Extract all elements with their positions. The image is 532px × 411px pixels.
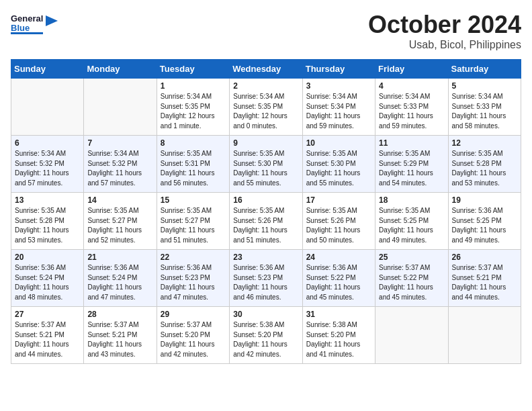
- calendar-cell: [11, 79, 84, 136]
- cell-info: Sunrise: 5:37 AM Sunset: 5:22 PM Dayligh…: [379, 263, 444, 302]
- cell-info: Sunrise: 5:37 AM Sunset: 5:21 PM Dayligh…: [15, 320, 80, 359]
- calendar-cell: 4Sunrise: 5:34 AM Sunset: 5:33 PM Daylig…: [375, 79, 448, 136]
- weekday-header-saturday: Saturday: [448, 60, 521, 79]
- weekday-header-tuesday: Tuesday: [157, 60, 229, 79]
- cell-info: Sunrise: 5:35 AM Sunset: 5:26 PM Dayligh…: [306, 206, 371, 245]
- calendar-cell: 3Sunrise: 5:34 AM Sunset: 5:34 PM Daylig…: [302, 79, 375, 136]
- cell-info: Sunrise: 5:35 AM Sunset: 5:25 PM Dayligh…: [379, 206, 444, 245]
- cell-info: Sunrise: 5:37 AM Sunset: 5:21 PM Dayligh…: [452, 263, 517, 302]
- day-number: 16: [233, 195, 298, 205]
- day-number: 17: [306, 195, 371, 205]
- calendar-cell: 31Sunrise: 5:38 AM Sunset: 5:20 PM Dayli…: [302, 307, 375, 364]
- day-number: 19: [452, 195, 517, 205]
- cell-info: Sunrise: 5:35 AM Sunset: 5:26 PM Dayligh…: [233, 206, 298, 245]
- calendar-cell: 1Sunrise: 5:34 AM Sunset: 5:35 PM Daylig…: [157, 79, 229, 136]
- calendar-cell: 15Sunrise: 5:35 AM Sunset: 5:27 PM Dayli…: [157, 193, 229, 250]
- page-header: General Blue October 2024 Usab, Bicol, P…: [11, 11, 521, 51]
- calendar-cell: 2Sunrise: 5:34 AM Sunset: 5:35 PM Daylig…: [230, 79, 302, 136]
- calendar-cell: 29Sunrise: 5:37 AM Sunset: 5:20 PM Dayli…: [157, 307, 229, 364]
- cell-info: Sunrise: 5:35 AM Sunset: 5:27 PM Dayligh…: [87, 206, 152, 245]
- svg-text:General: General: [11, 13, 43, 24]
- svg-rect-2: [11, 32, 43, 34]
- cell-info: Sunrise: 5:35 AM Sunset: 5:29 PM Dayligh…: [379, 149, 444, 188]
- day-number: 26: [452, 253, 517, 262]
- cell-info: Sunrise: 5:34 AM Sunset: 5:34 PM Dayligh…: [306, 92, 371, 131]
- calendar-cell: 6Sunrise: 5:34 AM Sunset: 5:32 PM Daylig…: [11, 136, 84, 193]
- svg-marker-3: [46, 15, 58, 26]
- day-number: 7: [87, 138, 152, 148]
- day-number: 28: [87, 310, 152, 319]
- calendar-cell: 5Sunrise: 5:34 AM Sunset: 5:33 PM Daylig…: [448, 79, 521, 136]
- day-number: 5: [452, 81, 517, 91]
- logo-icon: General Blue: [11, 11, 43, 35]
- cell-info: Sunrise: 5:35 AM Sunset: 5:31 PM Dayligh…: [161, 149, 226, 188]
- cell-info: Sunrise: 5:36 AM Sunset: 5:24 PM Dayligh…: [87, 263, 152, 302]
- cell-info: Sunrise: 5:34 AM Sunset: 5:35 PM Dayligh…: [233, 92, 298, 131]
- day-number: 13: [15, 195, 80, 205]
- day-number: 14: [87, 195, 152, 205]
- weekday-header-friday: Friday: [375, 60, 448, 79]
- calendar-week-2: 6Sunrise: 5:34 AM Sunset: 5:32 PM Daylig…: [11, 136, 521, 193]
- cell-info: Sunrise: 5:34 AM Sunset: 5:33 PM Dayligh…: [452, 92, 517, 131]
- calendar-cell: [375, 307, 448, 364]
- calendar-cell: 10Sunrise: 5:35 AM Sunset: 5:30 PM Dayli…: [302, 136, 375, 193]
- day-number: 21: [87, 253, 152, 262]
- calendar-cell: 17Sunrise: 5:35 AM Sunset: 5:26 PM Dayli…: [302, 193, 375, 250]
- cell-info: Sunrise: 5:36 AM Sunset: 5:25 PM Dayligh…: [452, 206, 517, 245]
- cell-info: Sunrise: 5:34 AM Sunset: 5:32 PM Dayligh…: [87, 149, 152, 188]
- day-number: 23: [233, 253, 298, 262]
- day-number: 8: [161, 138, 226, 148]
- cell-info: Sunrise: 5:36 AM Sunset: 5:24 PM Dayligh…: [15, 263, 80, 302]
- day-number: 24: [306, 253, 371, 262]
- cell-info: Sunrise: 5:38 AM Sunset: 5:20 PM Dayligh…: [306, 320, 371, 359]
- calendar-cell: 7Sunrise: 5:34 AM Sunset: 5:32 PM Daylig…: [84, 136, 157, 193]
- calendar-cell: 18Sunrise: 5:35 AM Sunset: 5:25 PM Dayli…: [375, 193, 448, 250]
- calendar-cell: 24Sunrise: 5:36 AM Sunset: 5:22 PM Dayli…: [302, 250, 375, 307]
- calendar-cell: 19Sunrise: 5:36 AM Sunset: 5:25 PM Dayli…: [448, 193, 521, 250]
- calendar-cell: 21Sunrise: 5:36 AM Sunset: 5:24 PM Dayli…: [84, 250, 157, 307]
- cell-info: Sunrise: 5:36 AM Sunset: 5:23 PM Dayligh…: [233, 263, 298, 302]
- day-number: 12: [452, 138, 517, 148]
- cell-info: Sunrise: 5:34 AM Sunset: 5:35 PM Dayligh…: [161, 92, 226, 131]
- calendar-week-5: 27Sunrise: 5:37 AM Sunset: 5:21 PM Dayli…: [11, 307, 521, 364]
- weekday-header-thursday: Thursday: [302, 60, 375, 79]
- calendar-cell: 12Sunrise: 5:35 AM Sunset: 5:28 PM Dayli…: [448, 136, 521, 193]
- logo: General Blue: [11, 11, 58, 35]
- cell-info: Sunrise: 5:34 AM Sunset: 5:32 PM Dayligh…: [15, 149, 80, 188]
- day-number: 6: [15, 138, 80, 148]
- calendar-cell: 16Sunrise: 5:35 AM Sunset: 5:26 PM Dayli…: [230, 193, 302, 250]
- day-number: 25: [379, 253, 444, 262]
- day-number: 29: [161, 310, 226, 319]
- cell-info: Sunrise: 5:35 AM Sunset: 5:28 PM Dayligh…: [452, 149, 517, 188]
- calendar-cell: 23Sunrise: 5:36 AM Sunset: 5:23 PM Dayli…: [230, 250, 302, 307]
- day-number: 22: [161, 253, 226, 262]
- svg-text:Blue: Blue: [11, 23, 30, 33]
- day-number: 11: [379, 138, 444, 148]
- calendar-cell: 27Sunrise: 5:37 AM Sunset: 5:21 PM Dayli…: [11, 307, 84, 364]
- calendar-cell: 25Sunrise: 5:37 AM Sunset: 5:22 PM Dayli…: [375, 250, 448, 307]
- month-title: October 2024: [368, 11, 521, 39]
- calendar-cell: 26Sunrise: 5:37 AM Sunset: 5:21 PM Dayli…: [448, 250, 521, 307]
- cell-info: Sunrise: 5:38 AM Sunset: 5:20 PM Dayligh…: [233, 320, 298, 359]
- calendar-cell: 30Sunrise: 5:38 AM Sunset: 5:20 PM Dayli…: [230, 307, 302, 364]
- weekday-header-monday: Monday: [84, 60, 157, 79]
- weekday-header-wednesday: Wednesday: [230, 60, 302, 79]
- calendar-table: SundayMondayTuesdayWednesdayThursdayFrid…: [11, 59, 521, 364]
- day-number: 18: [379, 195, 444, 205]
- location-title: Usab, Bicol, Philippines: [368, 39, 521, 51]
- day-number: 31: [306, 310, 371, 319]
- calendar-cell: 11Sunrise: 5:35 AM Sunset: 5:29 PM Dayli…: [375, 136, 448, 193]
- cell-info: Sunrise: 5:37 AM Sunset: 5:21 PM Dayligh…: [87, 320, 152, 359]
- calendar-cell: [84, 79, 157, 136]
- cell-info: Sunrise: 5:36 AM Sunset: 5:22 PM Dayligh…: [306, 263, 371, 302]
- cell-info: Sunrise: 5:35 AM Sunset: 5:30 PM Dayligh…: [306, 149, 371, 188]
- day-number: 30: [233, 310, 298, 319]
- calendar-week-1: 1Sunrise: 5:34 AM Sunset: 5:35 PM Daylig…: [11, 79, 521, 136]
- day-number: 27: [15, 310, 80, 319]
- cell-info: Sunrise: 5:36 AM Sunset: 5:23 PM Dayligh…: [161, 263, 226, 302]
- day-number: 15: [161, 195, 226, 205]
- cell-info: Sunrise: 5:34 AM Sunset: 5:33 PM Dayligh…: [379, 92, 444, 131]
- calendar-cell: 8Sunrise: 5:35 AM Sunset: 5:31 PM Daylig…: [157, 136, 229, 193]
- calendar-cell: 22Sunrise: 5:36 AM Sunset: 5:23 PM Dayli…: [157, 250, 229, 307]
- title-block: October 2024 Usab, Bicol, Philippines: [368, 11, 521, 51]
